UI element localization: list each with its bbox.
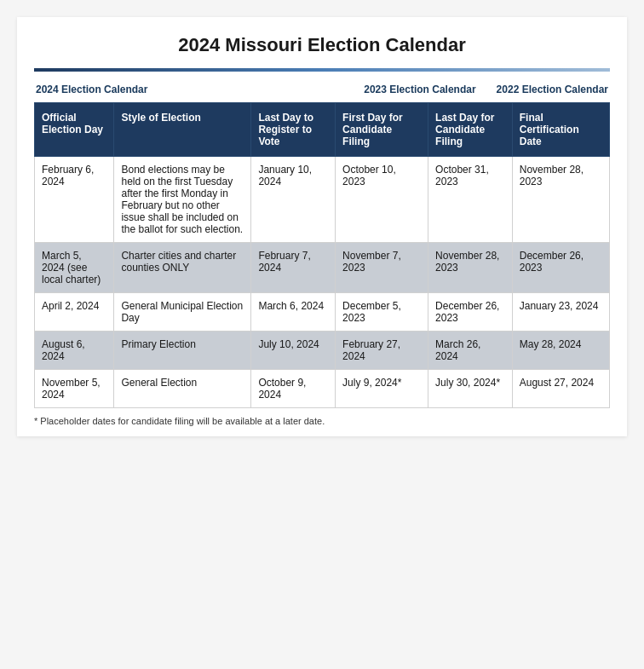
cell-0-1: Bond elections may be held on the first … — [114, 157, 251, 243]
header-final-certification: Final Certification Date — [512, 103, 609, 157]
cell-0-4: October 31, 2023 — [428, 157, 513, 243]
page-title: 2024 Missouri Election Calendar — [34, 34, 610, 56]
cell-3-4: March 26, 2024 — [428, 332, 513, 370]
header-last-day-candidate: Last Day for Candidate Filing — [428, 103, 513, 157]
cell-2-1: General Municipal Election Day — [114, 293, 251, 332]
cell-0-0: February 6, 2024 — [35, 157, 114, 243]
tab-right-group: 2023 Election Calendar 2022 Election Cal… — [364, 84, 608, 95]
table-row: February 6, 2024Bond elections may be he… — [35, 157, 610, 243]
cell-4-3: July 9, 2024* — [336, 370, 428, 408]
election-table: Official Election Day Style of Election … — [34, 102, 610, 408]
cell-0-5: November 28, 2023 — [512, 157, 609, 243]
page-container: 2024 Missouri Election Calendar 2024 Ele… — [17, 17, 627, 436]
cell-2-3: December 5, 2023 — [336, 293, 428, 332]
cell-4-2: October 9, 2024 — [251, 370, 336, 408]
cell-3-2: July 10, 2024 — [251, 332, 336, 370]
cell-0-3: October 10, 2023 — [336, 157, 428, 243]
cell-4-1: General Election — [114, 370, 251, 408]
cell-0-2: January 10, 2024 — [251, 157, 336, 243]
cell-4-5: August 27, 2024 — [512, 370, 609, 408]
tabs-row: 2024 Election Calendar 2023 Election Cal… — [34, 80, 610, 102]
header-official-election-day: Official Election Day — [35, 103, 114, 157]
footnote: * Placeholder dates for candidate filing… — [34, 415, 610, 428]
cell-1-0: March 5, 2024 (see local charter) — [35, 243, 114, 293]
cell-3-5: May 28, 2024 — [512, 332, 609, 370]
cell-1-1: Charter cities and charter counties ONLY — [114, 243, 251, 293]
cell-4-0: November 5, 2024 — [35, 370, 114, 408]
cell-2-2: March 6, 2024 — [251, 293, 336, 332]
tab-2022[interactable]: 2022 Election Calendar — [497, 84, 608, 95]
table-row: March 5, 2024 (see local charter)Charter… — [35, 243, 610, 293]
blue-bar — [34, 68, 610, 72]
cell-2-4: December 26, 2023 — [428, 293, 513, 332]
cell-1-5: December 26, 2023 — [512, 243, 609, 293]
tab-2024[interactable]: 2024 Election Calendar — [36, 84, 147, 95]
cell-1-3: November 7, 2023 — [336, 243, 428, 293]
table-row: April 2, 2024General Municipal Election … — [35, 293, 610, 332]
cell-3-0: August 6, 2024 — [35, 332, 114, 370]
cell-3-1: Primary Election — [114, 332, 251, 370]
cell-2-0: April 2, 2024 — [35, 293, 114, 332]
header-first-day-candidate: First Day for Candidate Filing — [336, 103, 428, 157]
tab-2023[interactable]: 2023 Election Calendar — [364, 84, 475, 95]
cell-1-2: February 7, 2024 — [251, 243, 336, 293]
cell-1-4: November 28, 2023 — [428, 243, 513, 293]
cell-4-4: July 30, 2024* — [428, 370, 513, 408]
header-last-day-register: Last Day to Register to Vote — [251, 103, 336, 157]
table-body: February 6, 2024Bond elections may be he… — [35, 157, 610, 408]
table-row: August 6, 2024Primary ElectionJuly 10, 2… — [35, 332, 610, 370]
table-row: November 5, 2024General ElectionOctober … — [35, 370, 610, 408]
cell-2-5: January 23, 2024 — [512, 293, 609, 332]
table-header-row: Official Election Day Style of Election … — [35, 103, 610, 157]
header-style-of-election: Style of Election — [114, 103, 251, 157]
cell-3-3: February 27, 2024 — [336, 332, 428, 370]
